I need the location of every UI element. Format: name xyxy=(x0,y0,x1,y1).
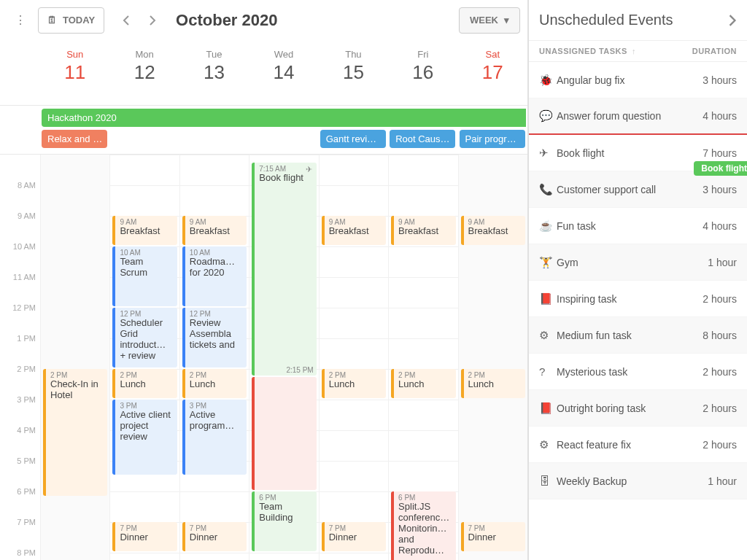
unscheduled-pane: Unscheduled Events UNASSIGNED TASKS ↑ DU… xyxy=(528,0,747,560)
next-button[interactable] xyxy=(139,7,166,34)
event-title: Lunch xyxy=(329,379,382,390)
calendar-event[interactable]: 2 PMCheck-In in Hotel xyxy=(43,369,107,496)
calendar-event[interactable]: 12 PMReview Assembla tickets and xyxy=(182,308,247,368)
calendar-event[interactable]: 2 PMLunch xyxy=(391,369,455,398)
phone-icon: 📞 xyxy=(539,183,557,196)
unscheduled-title: Unscheduled Events xyxy=(539,12,673,28)
task-row[interactable]: ✈Book flight7 hoursBook flight xyxy=(529,135,747,171)
tasks-col-label[interactable]: UNASSIGNED TASKS xyxy=(539,47,627,55)
allday-event[interactable]: Root Caus… xyxy=(390,130,455,148)
calendar-event[interactable]: 10 AMRoadma… for 2020 xyxy=(182,246,247,306)
task-row[interactable]: ☕Fun task4 hours xyxy=(529,208,747,244)
day-number: 11 xyxy=(40,61,109,84)
day-number: 12 xyxy=(109,61,179,84)
calendar-event[interactable]: 7 PMDinner xyxy=(322,522,386,551)
calendar-event[interactable]: 6 PMTeam Building xyxy=(252,491,316,551)
calendar-event[interactable]: 3 PMActive client project review xyxy=(112,400,177,475)
time-label: 9 AM xyxy=(18,211,36,220)
calendar-event[interactable]: 3 PMActive program… xyxy=(182,400,247,475)
calendar-event[interactable]: 9 AMBreakfast xyxy=(322,216,386,245)
day-column[interactable]: 2 PMCheck-In in Hotel xyxy=(40,155,109,560)
calendar-event[interactable]: 9 AMBreakfast xyxy=(391,216,455,245)
task-duration: 2 hours xyxy=(703,366,737,378)
day-column[interactable]: 9 AMBreakfast10 AMRoadma… for 202012 PMR… xyxy=(179,155,249,560)
time-label: 5 PM xyxy=(17,456,36,465)
calendar-event[interactable]: 2 PMLunch xyxy=(322,369,386,398)
allday-event[interactable]: Relax and … xyxy=(42,130,107,148)
day-header[interactable]: Fri16 xyxy=(388,40,457,105)
dow-label: Wed xyxy=(249,49,318,60)
day-header[interactable]: Sat17 xyxy=(458,40,527,105)
day-header[interactable]: Wed14 xyxy=(249,40,318,105)
allday-event[interactable]: Hackathon 2020 xyxy=(42,109,526,127)
duration-col-label[interactable]: DURATION xyxy=(692,47,737,55)
time-label: 2 PM xyxy=(17,365,36,373)
time-label: 1 PM xyxy=(17,334,36,343)
task-row[interactable]: ⚙React feature fix2 hours xyxy=(529,427,747,463)
task-row[interactable]: 📕Outright boring task2 hours xyxy=(529,390,747,427)
calendar-event[interactable]: 7 PMDinner xyxy=(182,522,247,551)
day-header[interactable]: Mon12 xyxy=(109,40,179,105)
day-header[interactable]: Tue13 xyxy=(179,40,249,105)
calendar-event[interactable]: 10 AMTeam Scrum xyxy=(112,246,177,306)
calendar-event[interactable]: 2 PMLunch xyxy=(461,369,525,398)
time-label: 11 AM xyxy=(13,273,36,281)
view-selector[interactable]: WEEK ▾ xyxy=(459,7,520,34)
gear-icon: ⚙ xyxy=(539,438,557,451)
chevron-right-icon[interactable] xyxy=(728,15,737,26)
task-row[interactable]: 💬Answer forum question4 hours xyxy=(529,98,747,135)
prev-button[interactable] xyxy=(113,7,139,34)
task-row[interactable]: 🏋Gym1 hour xyxy=(529,244,747,281)
task-name: Book flight xyxy=(557,147,703,159)
question-icon: ? xyxy=(539,365,557,378)
task-row[interactable]: 📕Inspiring task2 hours xyxy=(529,281,747,317)
calendar-event[interactable]: 9 AMBreakfast xyxy=(112,216,177,245)
calendar-event[interactable]: 12 PMScheduler Grid introduct… + review xyxy=(112,308,177,368)
allday-event[interactable]: Pair progr… xyxy=(460,130,525,148)
event-title: Dinner xyxy=(329,532,382,543)
calendar-event[interactable]: ✈7:15 AMBook flight2:15 PM xyxy=(252,163,316,376)
chevron-down-icon: ▾ xyxy=(504,15,509,26)
drag-ghost: Book flight xyxy=(694,161,747,176)
calendar-event[interactable]: 7 PMDinner xyxy=(112,522,177,551)
menu-icon[interactable]: ⋮ xyxy=(7,7,34,34)
task-duration: 8 hours xyxy=(703,330,737,341)
event-title: Roadma… for 2020 xyxy=(190,257,242,279)
task-name: Inspiring task xyxy=(557,293,703,305)
day-column[interactable]: ✈7:15 AMBook flight2:15 PM6 PMTeam Build… xyxy=(249,155,318,560)
event-title: Breakfast xyxy=(120,226,172,237)
day-column[interactable]: 9 AMBreakfast2 PMLunch6 PMSplit.JS confe… xyxy=(388,155,457,560)
time-label: 8 AM xyxy=(18,181,36,190)
calendar-event[interactable]: 7 PMDinner xyxy=(461,522,525,551)
allday-event[interactable]: Gantt revi… xyxy=(320,130,386,148)
task-row[interactable]: ⚙Medium fun task8 hours xyxy=(529,317,747,354)
day-column[interactable]: 9 AMBreakfast2 PMLunch7 PMDinner xyxy=(458,155,527,560)
task-row[interactable]: ?Mysterious task2 hours xyxy=(529,354,747,390)
calendar-event[interactable]: 6 PMSplit.JS conferenc… Monitorin… and R… xyxy=(391,491,455,560)
event-title: Breakfast xyxy=(468,226,521,237)
time-label: 7 PM xyxy=(17,518,36,526)
calendar-event[interactable]: 2 PMLunch xyxy=(112,369,177,398)
event-title: Breakfast xyxy=(398,226,451,237)
task-name: React feature fix xyxy=(557,439,703,451)
task-name: Angular bug fix xyxy=(557,74,703,86)
sort-arrow-icon[interactable]: ↑ xyxy=(632,47,636,55)
day-column[interactable]: 9 AMBreakfast2 PMLunch7 PMDinner xyxy=(319,155,388,560)
today-button[interactable]: 🗓 TODAY xyxy=(38,7,104,34)
task-row[interactable]: 📞Customer support call3 hours xyxy=(529,171,747,208)
task-row[interactable]: 🗄Weekly Backup1 hour xyxy=(529,463,747,499)
calendar-event[interactable]: 9 AMBreakfast xyxy=(182,216,247,245)
toolbar: ⋮ 🗓 TODAY October 2020 WEEK ▾ xyxy=(0,0,527,40)
calendar-event[interactable]: 9 AMBreakfast xyxy=(461,216,525,245)
day-column[interactable]: 9 AMBreakfast10 AMTeam Scrum12 PMSchedul… xyxy=(109,155,179,560)
task-row[interactable]: 🐞Angular bug fix3 hours xyxy=(529,62,747,98)
book-icon: 📕 xyxy=(539,292,557,306)
event-title: Breakfast xyxy=(329,226,382,237)
calendar-event[interactable] xyxy=(252,377,316,491)
day-header[interactable]: Thu15 xyxy=(319,40,388,105)
calendar-event[interactable]: 2 PMLunch xyxy=(182,369,247,398)
event-title: Team Building xyxy=(259,502,311,524)
event-title: Book flight xyxy=(259,173,311,184)
day-header[interactable]: Sun11 xyxy=(40,40,109,105)
task-duration: 4 hours xyxy=(703,110,737,122)
